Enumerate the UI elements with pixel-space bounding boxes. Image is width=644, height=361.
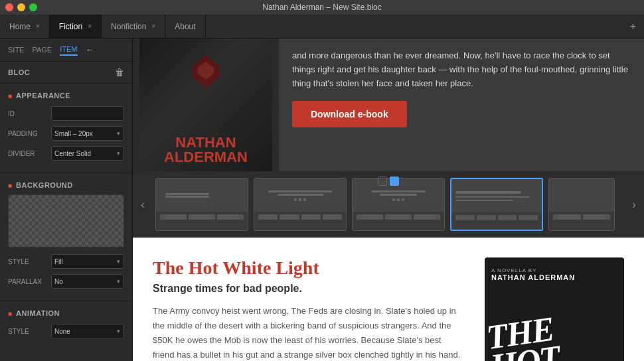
main-layout: SITE PAGE ITEM ← BLOC 🗑 ■ APPEARANCE ID … xyxy=(0,38,644,361)
thumb-3-footer xyxy=(353,212,444,222)
appearance-props: ID PADDING Small – 20px DIVIDER Center S… xyxy=(0,102,132,170)
add-tab-button[interactable]: + xyxy=(622,21,644,33)
traffic-lights xyxy=(5,3,37,11)
id-input[interactable] xyxy=(51,106,124,121)
book-cover-lower: A NOVELLA BY NATHAN ALDERMAN THE HOT xyxy=(485,257,624,361)
animation-header: ■ ANIMATION xyxy=(0,304,132,320)
thumb-1-content xyxy=(156,179,248,212)
tab-nonfiction[interactable]: Nonfiction × xyxy=(102,15,165,38)
book-description: and more dangerous than he ever dreamed.… xyxy=(279,38,644,171)
background-label: BACKGROUND xyxy=(16,181,73,189)
back-icon[interactable]: ← xyxy=(86,44,95,55)
divider-label: DIVIDER xyxy=(8,150,51,157)
thumb-1-footer xyxy=(156,212,248,222)
book-author-text: NATHAN ALDERMAN xyxy=(164,135,248,165)
style-row: STYLE Fill xyxy=(8,254,124,269)
book-title: The Hot White Light xyxy=(153,257,465,279)
tab-home[interactable]: Home × xyxy=(0,15,50,38)
book-body-text: The Army convoy heist went wrong. The Fe… xyxy=(153,304,465,361)
template-thumb-4[interactable] xyxy=(450,178,543,231)
background-props: STYLE Fill PARALLAX No xyxy=(0,250,132,298)
cover-author-name: NATHAN ALDERMAN xyxy=(491,273,617,281)
sidebar: SITE PAGE ITEM ← BLOC 🗑 ■ APPEARANCE ID … xyxy=(0,38,133,361)
padding-label: PADDING xyxy=(8,130,51,137)
id-row: ID xyxy=(8,106,124,121)
padding-row: PADDING Small – 20px xyxy=(8,126,124,141)
style-select-wrapper: Fill xyxy=(51,254,124,269)
top-section: NATHAN ALDERMAN and more dangerous than … xyxy=(133,38,644,171)
thumb-5-footer xyxy=(549,212,614,222)
id-label: ID xyxy=(8,110,51,117)
bloc-label: BLOC xyxy=(8,68,30,76)
template-next-icon[interactable]: › xyxy=(624,198,644,212)
thumb-4-footer xyxy=(451,212,542,223)
tab-bar: Home × Fiction × Nonfiction × About + xyxy=(0,15,644,38)
tab-home-close[interactable]: × xyxy=(36,23,40,30)
divider-select[interactable]: Center Solid xyxy=(51,146,124,161)
tab-about[interactable]: About xyxy=(165,15,205,38)
thumb-4-content xyxy=(451,179,542,212)
template-pagination xyxy=(378,177,399,186)
maximize-button[interactable] xyxy=(29,3,37,11)
template-thumb-5[interactable] xyxy=(548,178,615,231)
thumb-2-content xyxy=(254,179,346,212)
window-title: Nathan Alderman – New Site.bloc xyxy=(262,3,381,12)
cover-decoration-icon xyxy=(186,52,226,92)
template-prev-icon[interactable]: ‹ xyxy=(133,198,153,212)
lower-section: The Hot White Light Strange times for ba… xyxy=(133,238,644,361)
template-thumb-1[interactable] xyxy=(155,178,248,231)
minimize-button[interactable] xyxy=(17,3,25,11)
lower-cover-image: A NOVELLA BY NATHAN ALDERMAN THE HOT xyxy=(485,261,624,361)
book-description-text: and more dangerous than he ever dreamed.… xyxy=(292,49,631,90)
content-area: NATHAN ALDERMAN and more dangerous than … xyxy=(133,38,644,361)
cover-big-title-area: THE HOT xyxy=(485,294,624,361)
background-checker[interactable] xyxy=(8,194,124,248)
tab-nonfiction-close[interactable]: × xyxy=(151,23,155,30)
style-label: STYLE xyxy=(8,258,51,265)
book-subtitle: Strange times for bad people. xyxy=(153,283,465,295)
thumb-2-footer xyxy=(254,212,346,222)
animation-props: STYLE None xyxy=(0,320,132,348)
nav-site[interactable]: SITE xyxy=(8,44,24,55)
divider-row: DIVIDER Center Solid xyxy=(8,146,124,161)
book-info: The Hot White Light Strange times for ba… xyxy=(153,257,465,361)
padding-select-wrapper: Small – 20px xyxy=(51,126,124,141)
tab-fiction[interactable]: Fiction × xyxy=(50,15,102,38)
templates-row xyxy=(153,178,624,231)
thumb-5-content xyxy=(549,179,614,212)
appearance-label: APPEARANCE xyxy=(16,92,70,100)
background-header: ■ BACKGROUND xyxy=(0,176,132,192)
bloc-section-header: BLOC 🗑 xyxy=(0,62,132,80)
download-button[interactable]: Download e-book xyxy=(292,101,407,127)
parallax-select[interactable]: No xyxy=(51,274,124,289)
parallax-label: PARALLAX xyxy=(8,278,51,285)
book-cover-image: NATHAN ALDERMAN xyxy=(139,38,272,171)
animation-label: ANIMATION xyxy=(16,309,60,317)
novella-by-label: A NOVELLA BY xyxy=(491,267,617,273)
title-bar: Nathan Alderman – New Site.bloc xyxy=(0,0,644,15)
book-cover-area: NATHAN ALDERMAN xyxy=(133,38,279,171)
padding-select[interactable]: Small – 20px xyxy=(51,126,124,141)
tab-fiction-close[interactable]: × xyxy=(88,23,92,30)
parallax-row: PARALLAX No xyxy=(8,274,124,289)
anim-style-select[interactable]: None xyxy=(51,324,124,338)
appearance-header: ■ APPEARANCE xyxy=(0,86,132,102)
template-thumb-3[interactable] xyxy=(352,178,445,231)
divider-select-wrapper: Center Solid xyxy=(51,146,124,161)
cover-big-title: THE HOT xyxy=(485,305,624,361)
style-select[interactable]: Fill xyxy=(51,254,124,269)
pagination-dot-1[interactable] xyxy=(378,177,387,186)
nav-page[interactable]: PAGE xyxy=(32,44,52,55)
anim-style-row: STYLE None xyxy=(8,324,124,338)
nav-item[interactable]: ITEM xyxy=(60,44,77,56)
close-button[interactable] xyxy=(5,3,13,11)
template-thumb-2[interactable] xyxy=(254,178,347,231)
sidebar-nav: SITE PAGE ITEM ← xyxy=(0,38,132,62)
lower-cover-text: A NOVELLA BY NATHAN ALDERMAN xyxy=(491,267,617,281)
template-selector: ‹ xyxy=(133,171,644,238)
delete-icon[interactable]: 🗑 xyxy=(115,67,124,78)
parallax-select-wrapper: No xyxy=(51,274,124,289)
anim-style-label: STYLE xyxy=(8,328,51,335)
anim-style-select-wrapper: None xyxy=(51,324,124,338)
pagination-dot-2[interactable] xyxy=(390,177,399,186)
